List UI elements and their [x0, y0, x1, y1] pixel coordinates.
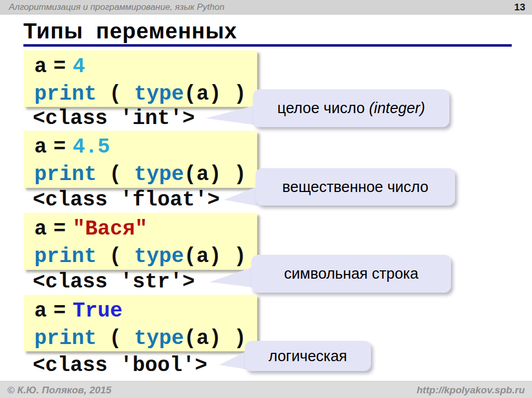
code-punctuation: (: [97, 163, 134, 186]
code-block-str: a = "Вася" print ( type(a) ): [23, 213, 257, 270]
code-keyword-print: print: [34, 245, 97, 268]
code-line-print: print ( type(a) ): [34, 325, 257, 352]
code-variable: a =: [34, 217, 73, 241]
slide-container: Алгоритмизация и программирование, язык …: [0, 0, 532, 398]
code-variable: a =: [34, 55, 73, 78]
callout-int-label: целое число: [277, 100, 369, 117]
code-value-boolean: True: [73, 299, 123, 323]
title-underline: [23, 44, 512, 47]
code-value-string: "Вася": [73, 217, 148, 241]
callout-bool-label: логическая: [269, 348, 347, 365]
footer-bar: © К.Ю. Поляков, 2015 http://kpolyakov.sp…: [0, 381, 532, 398]
callout-bool: логическая: [245, 341, 371, 371]
callout-pointer-bool: [219, 351, 247, 370]
page-number: 13: [514, 0, 525, 14]
code-block-int: a = 4 print ( type(a) ): [23, 50, 257, 107]
code-punctuation: (: [97, 245, 134, 268]
callout-str: символьная строка: [251, 255, 451, 293]
class-output-bool: <class 'bool'>: [33, 354, 207, 378]
code-keyword-print: print: [34, 163, 97, 186]
callout-str-label: символьная строка: [284, 265, 419, 282]
code-variable: a =: [34, 299, 73, 323]
class-output-int: <class 'int'>: [33, 107, 195, 131]
code-value-number: 4: [73, 55, 85, 78]
code-keyword-type: type: [134, 163, 184, 186]
code-punctuation: (: [97, 83, 134, 106]
code-keyword-print: print: [34, 327, 97, 350]
code-line-assignment: a = "Вася": [34, 215, 257, 243]
code-line-assignment: a = 4.5: [34, 133, 257, 161]
page-title: Типы переменных: [23, 19, 237, 44]
code-value-number: 4.5: [73, 135, 110, 159]
copyright-text: © К.Ю. Поляков, 2015: [7, 381, 111, 398]
code-line-print: print ( type(a) ): [34, 80, 257, 108]
code-punctuation: (a) ): [184, 327, 246, 350]
header-course-title: Алгоритмизация и программирование, язык …: [9, 0, 224, 14]
code-line-assignment: a = 4: [34, 53, 257, 80]
site-url-link[interactable]: http://kpolyakov.spb.ru: [417, 381, 525, 398]
code-variable: a =: [34, 135, 73, 159]
code-punctuation: (: [97, 327, 134, 350]
callout-int-label-em: (integer): [369, 100, 425, 117]
code-line-print: print ( type(a) ): [34, 243, 257, 270]
callout-pointer-int: [206, 105, 256, 126]
code-punctuation: (a) ): [184, 245, 246, 268]
header-bar: Алгоритмизация и программирование, язык …: [0, 0, 532, 15]
code-line-assignment: a = True: [34, 297, 257, 325]
code-punctuation: (a) ): [184, 83, 246, 106]
code-keyword-type: type: [134, 83, 184, 106]
callout-int: целое число (integer): [253, 89, 449, 127]
callout-float-label: вещественное число: [282, 179, 428, 196]
class-output-str: <class 'str'>: [33, 270, 195, 294]
code-keyword-type: type: [134, 327, 184, 350]
class-output-float: <class 'float'>: [33, 188, 220, 212]
code-keyword-type: type: [134, 245, 184, 268]
code-block-bool: a = True print ( type(a) ): [23, 295, 257, 351]
callout-pointer-float: [224, 186, 258, 207]
code-line-print: print ( type(a) ): [34, 161, 257, 188]
code-keyword-print: print: [34, 83, 97, 106]
code-punctuation: (a) ): [184, 163, 246, 186]
code-block-float: a = 4.5 print ( type(a) ): [23, 131, 257, 188]
callout-float: вещественное число: [256, 168, 455, 205]
